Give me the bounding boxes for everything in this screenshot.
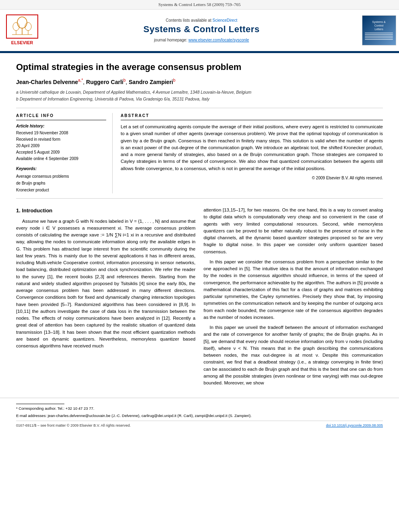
article-title: Optimal strategies in the average consen… [16,61,383,74]
thumb-text: Systems &ControlLetters [372,20,385,31]
copyright-line: © 2009 Elsevier B.V. All rights reserved… [121,175,383,181]
accepted-date: Accepted 5 August 2009 [16,150,60,154]
author1-sup: a,* [78,78,83,82]
received-date: Received 19 November 2008 [16,131,68,135]
thumb-line [365,33,393,33]
journal-thumbnail: Systems &ControlLetters [362,15,396,45]
keyword-3: Kronecker product [16,188,49,192]
journal-title: Systems & Control Letters [52,23,351,36]
thumb-line [365,34,393,35]
elsevier-logo: ELSEVIER [6,14,38,46]
journal-thumb-area: Systems &ControlLetters [359,13,399,47]
keyword-2: de Bruijn graphs [16,181,45,185]
author3: Sandro Zampieri [129,78,173,85]
col2-para1: attention [13,15–17], for two reasons. O… [204,207,383,255]
abstract-label: ABSTRACT [121,113,149,118]
revised-label: Received in revised form [16,137,60,142]
article-info-abstract: ARTICLE INFO Article history: Received 1… [16,108,383,199]
author2: Ruggero Carli [86,78,123,85]
contents-line: Contents lists available at ScienceDirec… [52,18,351,23]
body-column-left: 1. Introduction Assume we have a graph G… [16,207,195,390]
footer: * Corresponding author. Tel.: +32 10 47 … [0,398,399,431]
affiliation-a: a Université catholique de Louvain, Depa… [16,89,383,95]
contents-label: Contents lists available at [166,18,211,23]
body-columns: 1. Introduction Assume we have a graph G… [16,207,383,390]
article-info-panel: ARTICLE INFO Article history: Received 1… [16,113,113,193]
journal-citation: Systems & Control Letters 58 (2009) 759–… [158,2,241,7]
main-content: Optimal strategies in the average consen… [0,61,399,390]
homepage-url[interactable]: www.elsevier.com/locate/sysconle [189,38,249,42]
revised-date: 20 April 2009 [16,144,39,148]
thumb-line [365,36,393,37]
affiliations: a Université catholique de Louvain, Depa… [16,89,383,102]
available-date: Available online 4 September 2009 [16,156,78,161]
abstract-text: Let a set of communicating agents comput… [121,123,383,172]
abstract-panel: ABSTRACT Let a set of communicating agen… [113,113,383,193]
footnote-email: E-mail addresses: jean-charles.delvenne@… [16,413,383,419]
col1-para1: Assume we have a graph G with N nodes la… [16,218,195,350]
journal-homepage: journal homepage: www.elsevier.com/locat… [52,37,351,43]
thumb-lines [365,33,393,41]
footnote-separator [16,404,64,404]
footer-doi[interactable]: doi:10.1016/j.sysconle.2009.08.005 [326,423,383,428]
thumb-line [365,39,393,40]
body-column-right: attention [13,15–17], for two reasons. O… [204,207,383,390]
author1: Jean-Charles Delvenne [16,78,78,85]
affiliation-b: b Department of Information Engineering,… [16,96,383,102]
authors-line: Jean-Charles Delvennea,*, Ruggero Carlib… [16,78,383,86]
footer-issn: 0167-6911/$ – see front matter © 2009 El… [16,423,131,428]
sciencedirect-link[interactable]: ScienceDirect [212,18,237,23]
keywords-list: Average consensus problems de Bruijn gra… [16,173,106,193]
elsevier-tree-icon [10,16,34,37]
abstract-heading: ABSTRACT [121,113,383,120]
article-info-heading: ARTICLE INFO [16,113,106,120]
author3-sup: b [173,78,175,82]
article-info-label: ARTICLE INFO [16,113,54,118]
section1-title: 1. Introduction [16,207,195,215]
col2-para3: In this paper we unveil the tradeoff bet… [204,324,383,386]
citation-bar: Systems & Control Letters 58 (2009) 759–… [0,0,399,10]
col2-para2: In this paper we consider the consensus … [204,259,383,321]
journal-header-center: Contents lists available at ScienceDirec… [44,13,359,47]
history-label: Article history: [16,123,106,129]
author2-sup: b [123,78,126,82]
thumb-line [365,37,393,38]
elsevier-logo-area: ELSEVIER [0,13,44,47]
keywords-label: Keywords: [16,166,106,172]
footnote-star: * Corresponding author. Tel.: +32 10 47 … [16,406,383,411]
keyword-1: Average consensus problems [16,174,69,179]
elsevier-logo-box [6,14,38,39]
article-dates: Received 19 November 2008 Received in re… [16,130,106,162]
header-separator [0,52,399,53]
footer-bottom: 0167-6911/$ – see front matter © 2009 El… [16,421,383,428]
elsevier-label: ELSEVIER [11,40,33,46]
journal-header: ELSEVIER Contents lists available at Sci… [0,10,399,51]
